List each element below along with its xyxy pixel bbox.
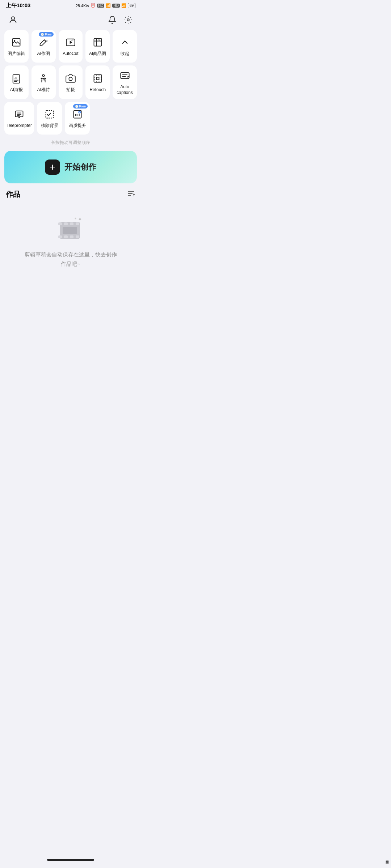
hd-badge: HD bbox=[97, 4, 104, 8]
tool-image-edit-label: 图片编辑 bbox=[8, 51, 25, 57]
svg-rect-37 bbox=[64, 235, 68, 238]
tool-ai-draw[interactable]: Free AI AI作图 bbox=[31, 30, 56, 63]
tool-camera-label: 拍摄 bbox=[66, 87, 75, 93]
svg-text:AI: AI bbox=[43, 79, 45, 81]
sort-hint: 长按拖动可调整顺序 bbox=[0, 137, 141, 151]
svg-rect-38 bbox=[70, 235, 73, 238]
svg-rect-16 bbox=[94, 75, 101, 82]
svg-rect-32 bbox=[58, 222, 62, 225]
tool-ai-poster[interactable]: AI AI海报 bbox=[4, 65, 29, 99]
svg-rect-35 bbox=[76, 222, 79, 225]
image-edit-icon bbox=[11, 37, 21, 49]
svg-rect-18 bbox=[16, 111, 23, 117]
tool-enhance[interactable]: Free HD ▲ 画质提升 bbox=[65, 102, 90, 135]
auto-captions-icon bbox=[120, 71, 130, 82]
tool-remove-bg-label: 移除背景 bbox=[41, 123, 58, 129]
remove-bg-icon bbox=[45, 109, 55, 121]
tool-autocut-label: AutoCut bbox=[63, 51, 78, 57]
tool-ai-product[interactable]: AI AI商品图 bbox=[85, 30, 110, 63]
svg-text:▲: ▲ bbox=[78, 111, 80, 114]
film-icon: ✦ ✦ bbox=[56, 217, 85, 243]
signal-4g2: 📶 bbox=[121, 3, 126, 8]
tool-teleprompter-label: Teleprompter bbox=[7, 123, 32, 129]
svg-point-3 bbox=[14, 40, 16, 42]
works-sort-button[interactable] bbox=[127, 189, 135, 199]
empty-state-text: 剪辑草稿会自动保存在这里，快去创作作品吧~ bbox=[25, 250, 117, 268]
top-right-actions bbox=[106, 13, 135, 26]
svg-rect-34 bbox=[70, 222, 73, 225]
retouch-icon bbox=[93, 73, 103, 85]
tool-camera[interactable]: 拍摄 bbox=[59, 65, 83, 99]
svg-rect-33 bbox=[64, 222, 68, 225]
svg-marker-6 bbox=[70, 41, 72, 44]
svg-text:✦: ✦ bbox=[78, 217, 82, 222]
top-bar bbox=[0, 10, 141, 30]
notification-button[interactable] bbox=[106, 13, 119, 26]
svg-rect-40 bbox=[63, 227, 77, 234]
start-plus-icon: + bbox=[45, 159, 60, 175]
collapse-icon bbox=[120, 37, 130, 49]
enhance-icon: HD ▲ bbox=[72, 109, 83, 121]
signal-4g: 📶 bbox=[106, 3, 111, 8]
alarm-icon: ⏰ bbox=[91, 3, 96, 8]
tool-ai-draw-label: AI作图 bbox=[37, 51, 50, 57]
tool-retouch-label: Retouch bbox=[89, 87, 106, 93]
status-icons: 28.4K/s ⏰ HD 📶 HD 📶 69 bbox=[76, 3, 135, 8]
ai-poster-icon: AI bbox=[11, 73, 21, 85]
status-bar: 上午10:03 28.4K/s ⏰ HD 📶 HD 📶 69 bbox=[0, 0, 141, 10]
tool-collapse[interactable]: 收起 bbox=[113, 30, 137, 63]
tool-retouch[interactable]: Retouch bbox=[85, 65, 110, 99]
works-section: 作品 bbox=[0, 189, 141, 268]
tool-auto-captions-label: Auto captions bbox=[115, 84, 135, 95]
svg-point-1 bbox=[127, 19, 129, 21]
tool-auto-captions[interactable]: Auto captions bbox=[113, 65, 137, 99]
ai-draw-icon: AI bbox=[38, 37, 49, 49]
tools-row-1: 图片编辑 Free AI AI作图 AI Aut bbox=[4, 30, 137, 63]
network-speed: 28.4K/s bbox=[76, 4, 89, 8]
free-badge-ai-draw: Free bbox=[39, 32, 54, 37]
svg-text:AI: AI bbox=[15, 77, 17, 79]
status-time: 上午10:03 bbox=[6, 2, 30, 9]
svg-text:AI: AI bbox=[98, 39, 100, 41]
tool-ai-model[interactable]: AI AI模特 bbox=[31, 65, 56, 99]
svg-point-0 bbox=[12, 17, 15, 20]
camera-icon bbox=[66, 73, 76, 85]
tool-remove-bg[interactable]: 移除背景 bbox=[37, 102, 62, 135]
svg-text:✦: ✦ bbox=[74, 217, 77, 220]
tool-collapse-label: 收起 bbox=[121, 51, 129, 57]
tool-ai-poster-label: AI海报 bbox=[10, 87, 23, 93]
start-create-button[interactable]: + 开始创作 bbox=[4, 151, 137, 183]
tool-ai-product-label: AI商品图 bbox=[89, 51, 106, 57]
tools-row-3: Teleprompter 移除背景 Free HD ▲ bbox=[4, 102, 137, 135]
hd-badge2: HD bbox=[112, 4, 119, 8]
tool-ai-model-label: AI模特 bbox=[37, 87, 50, 93]
tool-teleprompter[interactable]: Teleprompter bbox=[4, 102, 34, 135]
autocut-icon: AI bbox=[66, 37, 76, 49]
empty-state: ✦ ✦ 剪辑草稿会自动保存在这里，快去创作作品吧~ bbox=[6, 207, 135, 268]
ai-product-icon: AI bbox=[93, 37, 103, 49]
tool-image-edit[interactable]: 图片编辑 bbox=[4, 30, 29, 63]
svg-text:HD: HD bbox=[75, 113, 80, 117]
tool-autocut[interactable]: AI AutoCut bbox=[59, 30, 83, 63]
svg-point-15 bbox=[69, 77, 72, 80]
works-header: 作品 bbox=[6, 189, 135, 199]
svg-rect-36 bbox=[58, 235, 62, 238]
start-button-container: + 开始创作 bbox=[0, 151, 141, 189]
tool-enhance-label: 画质提升 bbox=[69, 123, 86, 129]
svg-rect-39 bbox=[76, 235, 79, 238]
svg-text:AI: AI bbox=[45, 39, 48, 42]
free-badge-enhance: Free bbox=[73, 104, 88, 109]
battery-icon: 69 bbox=[128, 3, 135, 8]
svg-text:AI: AI bbox=[71, 39, 73, 41]
settings-button[interactable] bbox=[122, 13, 135, 26]
profile-button[interactable] bbox=[7, 13, 20, 26]
tools-row-2: AI AI海报 AI AI模特 bbox=[4, 65, 137, 99]
ai-model-icon: AI bbox=[38, 73, 49, 85]
works-title: 作品 bbox=[6, 190, 20, 199]
start-text: 开始创作 bbox=[64, 162, 96, 173]
tools-section: 图片编辑 Free AI AI作图 AI Aut bbox=[0, 30, 141, 135]
teleprompter-icon bbox=[14, 109, 24, 121]
svg-rect-8 bbox=[94, 39, 101, 46]
